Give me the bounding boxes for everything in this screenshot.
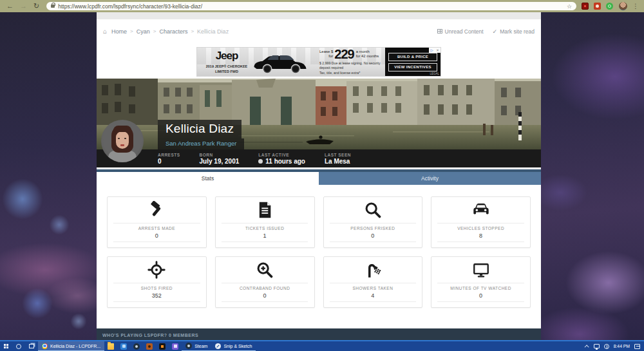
card-persons-frisked: PERSONS FRISKED 0 bbox=[323, 196, 423, 248]
stat-last-seen: LAST SEEN La Mesa bbox=[325, 153, 351, 165]
back-icon[interactable]: ← bbox=[6, 0, 14, 12]
card-arrests-made: ARRESTS MADE 0 bbox=[107, 196, 207, 248]
cortana-icon bbox=[16, 344, 21, 349]
action-center-icon[interactable] bbox=[634, 344, 640, 349]
extension-icon-2[interactable] bbox=[594, 3, 601, 10]
stat-arrests: ARRESTS 0 bbox=[158, 153, 180, 165]
card-vehicles-stopped: VEHICLES STOPPED 8 bbox=[431, 196, 531, 248]
ad-build-price-button[interactable]: BUILD & PRICE bbox=[388, 53, 437, 61]
home-icon[interactable]: ⌂ bbox=[103, 28, 107, 35]
site-header-strip bbox=[97, 12, 541, 19]
breadcrumb-separator: > bbox=[130, 28, 133, 34]
ad-close-icon[interactable]: ✕ bbox=[435, 48, 440, 53]
start-button[interactable] bbox=[0, 341, 12, 351]
last-active-dot bbox=[258, 159, 263, 164]
breadcrumb-characters[interactable]: Characters bbox=[159, 28, 187, 35]
search-icon bbox=[364, 197, 382, 223]
character-name: Kellicia Diaz bbox=[158, 120, 242, 138]
extension-acrobat-icon[interactable] bbox=[582, 3, 589, 10]
unread-content-link[interactable]: Unread Content bbox=[437, 28, 484, 35]
browser-profile-avatar[interactable] bbox=[619, 2, 627, 10]
whos-playing-text: WHO'S PLAYING LSPDFR? 0 MEMBERS bbox=[102, 333, 198, 337]
game-app-icon-1[interactable] bbox=[146, 343, 153, 350]
windows-taskbar: Kellicia Diaz - LCPDFR... Steam Snip & S… bbox=[0, 341, 644, 351]
cortana-button[interactable] bbox=[12, 341, 25, 351]
mark-site-read-link[interactable]: ✓ Mark site read bbox=[493, 28, 535, 35]
clock[interactable]: 8:44 PM bbox=[614, 344, 630, 348]
taskbar-chrome-task[interactable]: Kellicia Diaz - LCPDFR... bbox=[38, 341, 104, 351]
ticket-icon bbox=[256, 197, 274, 223]
steam-icon bbox=[185, 343, 192, 349]
task-view-icon bbox=[29, 344, 34, 348]
screen: ← → ↻ https://www.lcpdfr.com/lspdfrsync/… bbox=[0, 0, 644, 351]
tab-activity[interactable]: Activity bbox=[319, 172, 541, 185]
tv-icon bbox=[472, 257, 490, 283]
ad-banner[interactable]: Jeep 2019 JEEP® CHEROKEELIMITED FWD bbox=[196, 47, 441, 77]
profile-tabs: Stats Activity bbox=[97, 169, 541, 185]
photos-app-icon[interactable] bbox=[120, 343, 127, 350]
ad-price-suffix: a monthfor 42 months bbox=[356, 50, 379, 59]
shower-icon bbox=[364, 257, 382, 283]
windows-icon bbox=[4, 344, 8, 348]
network-tray-icon[interactable] bbox=[594, 344, 600, 348]
page-background: ⌂ Home > Cyan > Characters > Kellicia Di… bbox=[0, 12, 644, 341]
browser-menu-icon[interactable]: ⋮ bbox=[632, 3, 639, 10]
breadcrumb-separator: > bbox=[153, 28, 156, 34]
task-view-button[interactable] bbox=[25, 341, 38, 351]
game-app-icon-2[interactable] bbox=[159, 343, 166, 350]
ad-terms: $ 2,999 Due at lease signing. No securit… bbox=[319, 61, 385, 75]
ad-legal-text[interactable]: LEGAL bbox=[430, 72, 439, 75]
adchoices-icon[interactable]: ▷ bbox=[429, 48, 435, 53]
tray-expand-icon[interactable] bbox=[584, 345, 589, 349]
character-role: San Andreas Park Ranger bbox=[158, 138, 244, 149]
breadcrumb-home[interactable]: Home bbox=[111, 28, 127, 35]
steam-pinned-icon[interactable] bbox=[133, 343, 140, 350]
search-plus-icon bbox=[256, 257, 274, 283]
bookmark-star-icon[interactable]: ☆ bbox=[567, 3, 572, 10]
stat-last-active: LAST ACTIVE 11 hours ago bbox=[258, 153, 305, 165]
taskbar-snip-task[interactable]: Snip & Sketch bbox=[211, 341, 256, 351]
ad-model-text: 2019 JEEP® CHEROKEELIMITED FWD bbox=[206, 64, 248, 75]
whos-playing-bar: WHO'S PLAYING LSPDFR? 0 MEMBERS bbox=[97, 328, 541, 341]
stat-born: BORN July 19, 2001 bbox=[200, 153, 240, 165]
stats-panel: ARRESTS MADE 0 bbox=[97, 185, 541, 308]
card-showers-taken: SHOWERS TAKEN 4 bbox=[323, 256, 423, 308]
profile-stats-bar: ARRESTS 0 BORN July 19, 2001 LAST ACTIVE… bbox=[97, 149, 541, 167]
card-tickets-issued: TICKETS ISSUED 1 bbox=[215, 196, 315, 248]
breadcrumb-cyan[interactable]: Cyan bbox=[137, 28, 150, 35]
address-bar[interactable]: https://www.lcpdfr.com/lspdfrsync/charac… bbox=[46, 2, 576, 10]
forward-icon[interactable]: → bbox=[20, 0, 27, 12]
file-explorer-icon[interactable] bbox=[108, 343, 114, 350]
ad-lease-label: Lease $for bbox=[319, 50, 333, 59]
card-contraband-found: CONTRABAND FOUND 0 bbox=[215, 256, 315, 308]
site-content: ⌂ Home > Cyan > Characters > Kellicia Di… bbox=[97, 12, 541, 341]
ad-view-incentives-button[interactable]: VIEW INCENTIVES bbox=[388, 63, 437, 71]
usb-tray-icon[interactable] bbox=[604, 344, 609, 349]
unread-content-icon bbox=[437, 29, 442, 33]
breadcrumb: ⌂ Home > Cyan > Characters > Kellicia Di… bbox=[97, 19, 541, 43]
taskbar-steam-task[interactable]: Steam bbox=[182, 341, 211, 351]
car-icon bbox=[472, 197, 490, 223]
ad-car-image bbox=[247, 52, 315, 74]
reload-icon[interactable]: ↻ bbox=[33, 0, 39, 12]
extension-icon-3[interactable] bbox=[606, 3, 613, 10]
breadcrumb-current: Kellicia Diaz bbox=[197, 28, 229, 35]
ad-brand-logo: Jeep bbox=[216, 50, 238, 62]
profile-header: Kellicia Diaz San Andreas Park Ranger AR… bbox=[97, 79, 541, 167]
character-avatar[interactable] bbox=[101, 120, 144, 162]
card-shots-fired: SHOTS FIRED 352 bbox=[107, 256, 207, 308]
chrome-icon bbox=[42, 343, 48, 349]
lock-icon bbox=[51, 5, 55, 8]
ad-price: 229 bbox=[334, 48, 354, 60]
crosshair-icon bbox=[147, 257, 166, 283]
gavel-icon bbox=[147, 197, 166, 223]
card-tv-watched: MINUTES OF TV WATCHED 0 bbox=[431, 256, 531, 308]
browser-toolbar: ← → ↻ https://www.lcpdfr.com/lspdfrsync/… bbox=[0, 0, 644, 12]
check-icon: ✓ bbox=[493, 28, 498, 35]
app-icon-purple[interactable] bbox=[172, 343, 178, 350]
breadcrumb-separator: > bbox=[191, 28, 194, 34]
url-text: https://www.lcpdfr.com/lspdfrsync/charac… bbox=[58, 3, 202, 10]
tab-stats[interactable]: Stats bbox=[97, 172, 319, 185]
snip-sketch-icon bbox=[215, 343, 221, 349]
